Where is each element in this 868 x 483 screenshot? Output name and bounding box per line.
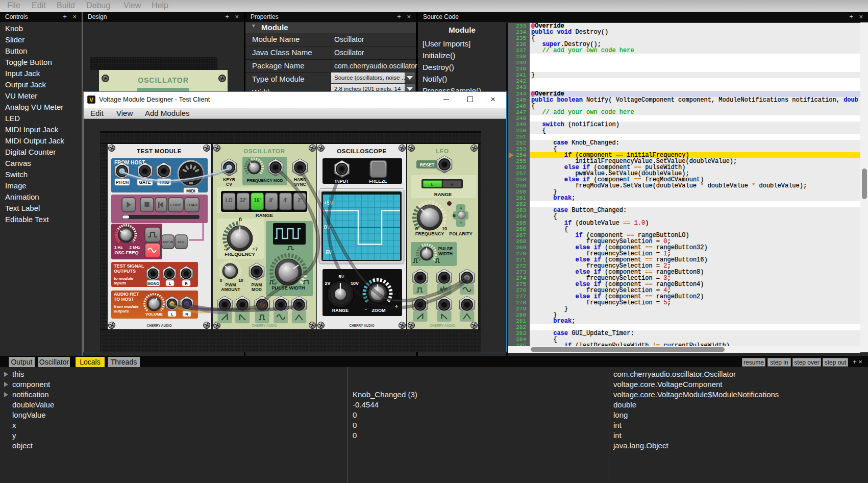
svg-text:CHERRY AUDIO: CHERRY AUDIO xyxy=(252,324,277,327)
svg-text:10: 10 xyxy=(442,226,447,231)
svg-text:H: H xyxy=(451,182,454,187)
svg-text:16': 16' xyxy=(254,198,261,203)
svg-text:MIDI: MIDI xyxy=(186,188,195,194)
svg-text:TO HOST: TO HOST xyxy=(114,297,134,302)
svg-text:+: + xyxy=(459,205,462,211)
svg-text:RESET: RESET xyxy=(420,162,435,167)
svg-text:-: - xyxy=(365,305,367,311)
svg-text:MONO: MONO xyxy=(147,281,159,286)
svg-text:32': 32' xyxy=(240,198,247,203)
svg-text:8': 8' xyxy=(269,198,274,203)
svg-text:4': 4' xyxy=(284,198,288,203)
svg-text:2': 2' xyxy=(297,198,302,203)
svg-text:TEST SIGNAL: TEST SIGNAL xyxy=(114,263,144,269)
svg-text:to module: to module xyxy=(114,276,134,281)
svg-text:0: 0 xyxy=(415,226,417,231)
svg-text:RANGE: RANGE xyxy=(256,212,273,218)
svg-text:PULSE: PULSE xyxy=(438,246,453,251)
svg-text:LOAD: LOAD xyxy=(186,203,197,207)
svg-text:POLARITY: POLARITY xyxy=(449,231,473,236)
svg-text:TEST MODULE: TEST MODULE xyxy=(137,148,182,154)
svg-text:outputs: outputs xyxy=(114,309,129,313)
svg-text:FREQUENCY: FREQUENCY xyxy=(415,231,444,236)
svg-text:0: 0 xyxy=(220,278,222,283)
svg-text:1 Hz: 1 Hz xyxy=(114,245,122,250)
svg-text:–: – xyxy=(460,220,463,226)
svg-text:AMOUNT: AMOUNT xyxy=(221,287,240,292)
svg-text:L: L xyxy=(169,281,171,286)
svg-text:OUTPUTS: OUTPUTS xyxy=(114,269,136,274)
svg-text:CHERRY AUDIO: CHERRY AUDIO xyxy=(146,324,172,327)
svg-text:OSC FREQ: OSC FREQ xyxy=(114,250,138,255)
svg-text:EXT IN: EXT IN xyxy=(163,240,173,244)
svg-text:CHERRY AUDIO: CHERRY AUDIO xyxy=(430,324,455,327)
svg-text:BI: BI xyxy=(453,213,457,218)
svg-text:PITCH: PITCH xyxy=(116,180,129,185)
svg-text:LFO: LFO xyxy=(436,148,449,154)
svg-text:RANGE: RANGE xyxy=(332,308,349,313)
svg-text:AUDIO RET: AUDIO RET xyxy=(114,292,139,297)
svg-text:FREEZE: FREEZE xyxy=(369,179,387,184)
svg-text:VOLUME: VOLUME xyxy=(145,312,163,317)
svg-text:LO: LO xyxy=(226,198,233,203)
svg-text:FILE: FILE xyxy=(178,240,184,244)
svg-text:2 kHz: 2 kHz xyxy=(130,245,140,250)
svg-text:MOD: MOD xyxy=(252,287,262,292)
svg-text:WIDTH: WIDTH xyxy=(438,251,453,256)
svg-text:OSCILLATOR: OSCILLATOR xyxy=(243,148,285,154)
svg-text:FREQUENCY: FREQUENCY xyxy=(225,251,255,257)
svg-text:LOOP: LOOP xyxy=(170,203,181,207)
svg-text:from module: from module xyxy=(114,304,139,309)
svg-text:ZOOM: ZOOM xyxy=(372,308,386,313)
svg-text:RANGE: RANGE xyxy=(434,191,452,197)
svg-text:10: 10 xyxy=(238,278,243,283)
svg-text:CHERRY AUDIO: CHERRY AUDIO xyxy=(349,324,375,327)
svg-text:CV: CV xyxy=(226,182,232,187)
svg-text:OSCILLOSCOPE: OSCILLOSCOPE xyxy=(337,148,386,154)
svg-text:FREQUENCY MOD: FREQUENCY MOD xyxy=(247,178,283,183)
svg-text:L: L xyxy=(431,182,434,187)
svg-text:inputs: inputs xyxy=(114,281,127,285)
svg-text:2V: 2V xyxy=(325,281,330,286)
svg-text:R: R xyxy=(185,312,188,317)
svg-text:R: R xyxy=(185,281,188,286)
svg-text:L: L xyxy=(171,312,173,317)
